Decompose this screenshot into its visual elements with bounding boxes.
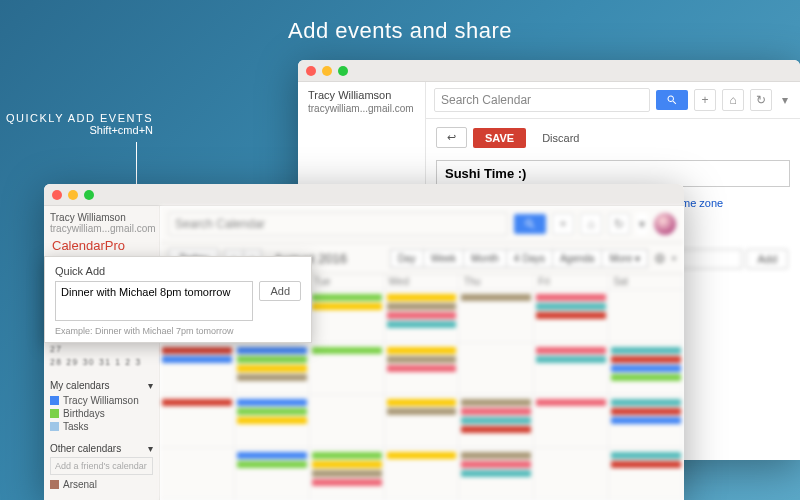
event-chip[interactable]	[237, 374, 307, 381]
minimize-icon[interactable]	[68, 190, 78, 200]
view-agenda[interactable]: Agenda	[552, 249, 602, 268]
event-chip[interactable]	[387, 294, 457, 301]
day-cell[interactable]	[385, 343, 460, 396]
home-button[interactable]: ⌂	[722, 89, 744, 111]
other-calendars-header[interactable]: Other calendars	[50, 443, 121, 454]
event-chip[interactable]	[237, 347, 307, 354]
event-chip[interactable]	[387, 365, 457, 372]
day-cell[interactable]	[160, 343, 235, 396]
event-chip[interactable]	[387, 408, 457, 415]
event-chip[interactable]	[611, 356, 681, 363]
calendar-item[interactable]: Arsenal	[50, 478, 153, 491]
event-chip[interactable]	[536, 347, 606, 354]
search-input[interactable]: Search Calendar	[434, 88, 650, 112]
add-guest-button[interactable]: Add	[746, 249, 788, 269]
event-chip[interactable]	[536, 312, 606, 319]
day-cell[interactable]	[534, 290, 609, 343]
event-chip[interactable]	[536, 303, 606, 310]
day-cell[interactable]	[609, 448, 684, 501]
event-chip[interactable]	[312, 479, 382, 486]
event-chip[interactable]	[312, 303, 382, 310]
view-more[interactable]: More ▾	[601, 249, 648, 268]
event-chip[interactable]	[237, 408, 307, 415]
gear-icon[interactable]: ⚙	[654, 251, 666, 266]
event-chip[interactable]	[611, 452, 681, 459]
event-chip[interactable]	[312, 461, 382, 468]
view-month[interactable]: Month	[463, 249, 507, 268]
event-chip[interactable]	[312, 347, 382, 354]
back-button[interactable]: ↩	[436, 127, 467, 148]
day-cell[interactable]	[310, 343, 385, 396]
avatar[interactable]	[654, 213, 676, 235]
day-cell[interactable]	[609, 290, 684, 343]
event-chip[interactable]	[536, 399, 606, 406]
search-input[interactable]: Search Calendar	[168, 212, 508, 236]
event-chip[interactable]	[312, 470, 382, 477]
close-icon[interactable]	[306, 66, 316, 76]
day-cell[interactable]	[160, 395, 235, 448]
event-chip[interactable]	[461, 470, 531, 477]
event-chip[interactable]	[611, 365, 681, 372]
event-chip[interactable]	[387, 312, 457, 319]
day-cell[interactable]	[459, 343, 534, 396]
close-icon[interactable]	[52, 190, 62, 200]
day-cell[interactable]	[385, 395, 460, 448]
collapse-icon[interactable]: ▾	[148, 443, 153, 454]
event-chip[interactable]	[461, 461, 531, 468]
event-chip[interactable]	[387, 303, 457, 310]
view-day[interactable]: Day	[390, 249, 424, 268]
event-chip[interactable]	[237, 461, 307, 468]
event-chip[interactable]	[461, 452, 531, 459]
discard-button[interactable]: Discard	[532, 129, 589, 147]
event-chip[interactable]	[237, 356, 307, 363]
my-calendars-header[interactable]: My calendars	[50, 380, 109, 391]
add-friend-input[interactable]: Add a friend's calendar	[50, 457, 153, 475]
event-chip[interactable]	[162, 347, 232, 354]
save-button[interactable]: SAVE	[473, 128, 526, 148]
event-chip[interactable]	[162, 356, 232, 363]
event-chip[interactable]	[611, 399, 681, 406]
more-caret-icon[interactable]: ▾	[778, 89, 792, 111]
event-chip[interactable]	[387, 356, 457, 363]
day-cell[interactable]	[310, 395, 385, 448]
minimize-icon[interactable]	[322, 66, 332, 76]
zoom-icon[interactable]	[338, 66, 348, 76]
event-chip[interactable]	[611, 461, 681, 468]
event-chip[interactable]	[237, 417, 307, 424]
event-chip[interactable]	[387, 452, 457, 459]
more-caret-icon[interactable]: ▾	[636, 213, 648, 235]
day-cell[interactable]	[235, 395, 310, 448]
collapse-icon[interactable]: ▾	[148, 380, 153, 391]
event-chip[interactable]	[387, 347, 457, 354]
event-chip[interactable]	[611, 408, 681, 415]
view-week[interactable]: Week	[423, 249, 464, 268]
add-button[interactable]: +	[694, 89, 716, 111]
event-chip[interactable]	[611, 374, 681, 381]
event-title-input[interactable]: Sushi Time :)	[436, 160, 790, 187]
event-chip[interactable]	[461, 426, 531, 433]
mini-cal-row[interactable]: 28 29 30 31 1 2 3	[50, 356, 153, 369]
event-chip[interactable]	[536, 356, 606, 363]
event-chip[interactable]	[237, 452, 307, 459]
day-cell[interactable]	[160, 448, 235, 501]
quick-add-button[interactable]: Add	[259, 281, 301, 301]
event-chip[interactable]	[312, 294, 382, 301]
event-chip[interactable]	[387, 399, 457, 406]
day-cell[interactable]	[235, 343, 310, 396]
day-cell[interactable]	[385, 290, 460, 343]
search-button[interactable]	[656, 90, 688, 110]
event-chip[interactable]	[237, 399, 307, 406]
refresh-button[interactable]: ↻	[608, 213, 630, 235]
event-chip[interactable]	[237, 365, 307, 372]
event-chip[interactable]	[162, 399, 232, 406]
day-cell[interactable]	[310, 290, 385, 343]
home-button[interactable]: ⌂	[580, 213, 602, 235]
day-cell[interactable]	[235, 448, 310, 501]
view-4days[interactable]: 4 Days	[506, 249, 553, 268]
day-cell[interactable]	[310, 448, 385, 501]
day-cell[interactable]	[534, 395, 609, 448]
refresh-button[interactable]: ↻	[750, 89, 772, 111]
event-chip[interactable]	[461, 294, 531, 301]
calendar-item[interactable]: Tasks	[50, 420, 153, 433]
calendar-item[interactable]: Tracy Williamson	[50, 394, 153, 407]
